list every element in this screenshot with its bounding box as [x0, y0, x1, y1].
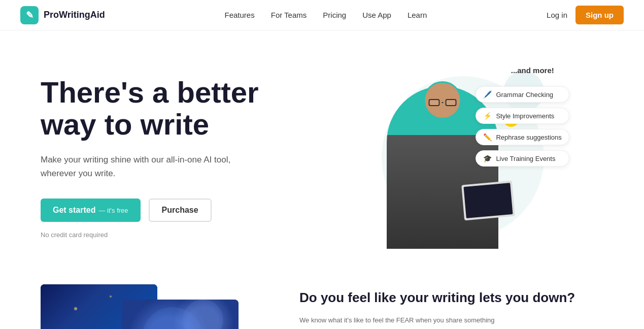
svg-point-11 — [142, 307, 203, 329]
feature-pills: 🖊️ Grammar Checking ⚡ Style Improvements… — [476, 86, 569, 167]
svg-point-12 — [183, 300, 223, 329]
login-button[interactable]: Log in — [547, 11, 567, 19]
hero-right: ✦ ...and more! 🖊️ Grammar Checking ⚡ Sty… — [322, 61, 604, 254]
lower-section: My idea in my head Do you feel like your… — [0, 274, 644, 329]
nav-use-app[interactable]: Use App — [362, 11, 391, 19]
blue-card-svg — [122, 300, 239, 329]
svg-point-5 — [101, 307, 103, 308]
hero-buttons: Get started — it's free Purchase — [41, 199, 322, 222]
hero-section: There's a better way to write Make your … — [0, 30, 644, 274]
pill-style: ⚡ Style Improvements — [476, 108, 569, 124]
navbar: ✎ ProWritingAid Features For Teams Prici… — [0, 0, 644, 30]
pill-rephrase: ✏️ Rephrase suggestions — [476, 129, 569, 145]
nav-pricing[interactable]: Pricing — [323, 11, 346, 19]
svg-rect-10 — [122, 300, 239, 329]
logo-text: ProWritingAid — [44, 10, 105, 20]
no-credit-card-text: No credit card required — [41, 231, 322, 239]
lower-body: We know what it's like to feel the FEAR … — [299, 315, 513, 329]
lower-images: My idea in my head — [41, 284, 269, 329]
nav-actions: Log in Sign up — [547, 6, 624, 24]
svg-point-3 — [120, 295, 123, 299]
get-started-button[interactable]: Get started — it's free — [41, 199, 141, 222]
svg-point-1 — [59, 298, 62, 301]
nav-for-teams[interactable]: For Teams — [271, 11, 307, 19]
grammar-icon: 🖊️ — [483, 90, 492, 98]
nav-learn[interactable]: Learn — [408, 11, 427, 19]
pill-grammar: 🖊️ Grammar Checking — [476, 86, 569, 103]
and-more-text: ...and more! — [511, 66, 554, 75]
laptop — [461, 181, 515, 220]
nav-features[interactable]: Features — [225, 11, 255, 19]
lower-text: Do you feel like your writing lets you d… — [299, 284, 603, 329]
hero-title: There's a better way to write — [41, 76, 322, 141]
logo-link[interactable]: ✎ ProWritingAid — [20, 6, 105, 24]
svg-point-4 — [141, 288, 143, 290]
purchase-button[interactable]: Purchase — [149, 199, 212, 222]
glasses — [428, 99, 456, 106]
lower-heading: Do you feel like your writing lets you d… — [299, 289, 603, 307]
hero-illustration: ✦ ...and more! 🖊️ Grammar Checking ⚡ Sty… — [361, 66, 564, 249]
signup-button[interactable]: Sign up — [575, 6, 624, 24]
blue-card-image — [122, 300, 239, 329]
hero-left: There's a better way to write Make your … — [41, 76, 322, 239]
hero-subtitle: Make your writing shine with our all-in-… — [41, 153, 233, 180]
rephrase-icon: ✏️ — [483, 133, 492, 141]
style-icon: ⚡ — [483, 112, 492, 120]
svg-point-2 — [85, 291, 87, 293]
pill-training: 🎓 Live Training Events — [476, 150, 569, 167]
nav-links: Features For Teams Pricing Use App Learn — [225, 11, 427, 20]
training-icon: 🎓 — [483, 154, 492, 162]
logo-icon: ✎ — [20, 6, 39, 24]
